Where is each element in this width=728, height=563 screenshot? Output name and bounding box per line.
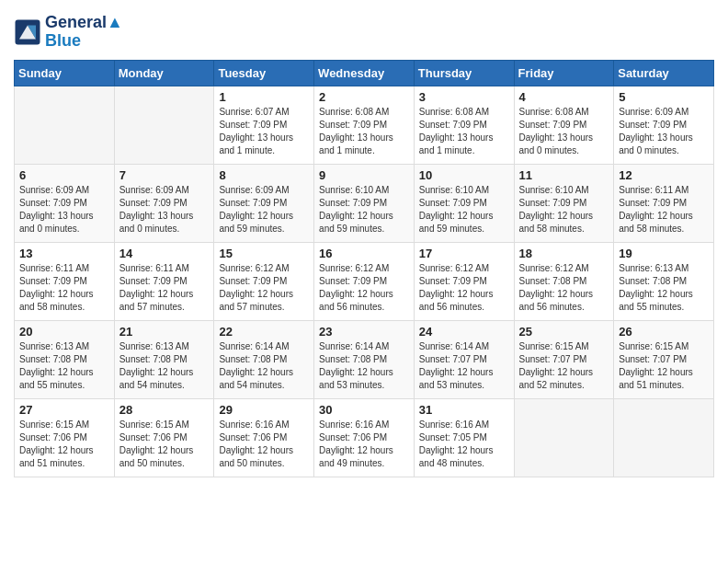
day-number: 15	[219, 247, 309, 260]
day-info: Sunrise: 6:08 AM Sunset: 7:09 PM Dayligh…	[519, 106, 609, 157]
day-number: 16	[319, 247, 409, 260]
day-number: 6	[19, 168, 109, 182]
day-number: 18	[519, 247, 609, 260]
day-info: Sunrise: 6:09 AM Sunset: 7:09 PM Dayligh…	[219, 184, 309, 236]
day-of-week-header: Tuesday	[214, 60, 314, 86]
calendar-cell: 24Sunrise: 6:14 AM Sunset: 7:07 PM Dayli…	[414, 320, 514, 398]
page-header: General▲ Blue	[14, 14, 714, 51]
day-number: 5	[619, 90, 709, 104]
calendar-cell: 1Sunrise: 6:07 AM Sunset: 7:09 PM Daylig…	[214, 86, 314, 164]
calendar-cell: 31Sunrise: 6:16 AM Sunset: 7:05 PM Dayli…	[414, 398, 514, 477]
calendar-cell	[114, 86, 214, 164]
day-info: Sunrise: 6:16 AM Sunset: 7:06 PM Dayligh…	[319, 419, 409, 470]
calendar-table: SundayMondayTuesdayWednesdayThursdayFrid…	[14, 60, 714, 477]
day-number: 30	[319, 403, 409, 417]
day-number: 14	[119, 247, 210, 260]
day-of-week-header: Sunday	[15, 60, 115, 86]
calendar-cell: 28Sunrise: 6:15 AM Sunset: 7:06 PM Dayli…	[114, 398, 214, 477]
day-number: 2	[319, 90, 409, 104]
calendar-cell: 26Sunrise: 6:15 AM Sunset: 7:07 PM Dayli…	[614, 320, 714, 398]
day-number: 22	[219, 325, 309, 339]
day-info: Sunrise: 6:11 AM Sunset: 7:09 PM Dayligh…	[19, 262, 109, 314]
day-info: Sunrise: 6:10 AM Sunset: 7:09 PM Dayligh…	[519, 184, 609, 236]
calendar-cell: 14Sunrise: 6:11 AM Sunset: 7:09 PM Dayli…	[114, 242, 214, 320]
day-info: Sunrise: 6:11 AM Sunset: 7:09 PM Dayligh…	[619, 184, 709, 236]
day-info: Sunrise: 6:09 AM Sunset: 7:09 PM Dayligh…	[619, 106, 709, 157]
day-number: 28	[119, 403, 210, 417]
calendar-cell: 9Sunrise: 6:10 AM Sunset: 7:09 PM Daylig…	[314, 164, 415, 242]
calendar-cell: 22Sunrise: 6:14 AM Sunset: 7:08 PM Dayli…	[214, 320, 314, 398]
day-number: 12	[619, 168, 709, 182]
calendar-cell: 3Sunrise: 6:08 AM Sunset: 7:09 PM Daylig…	[414, 86, 514, 164]
day-number: 17	[419, 247, 509, 260]
day-info: Sunrise: 6:15 AM Sunset: 7:06 PM Dayligh…	[19, 419, 109, 470]
calendar-cell: 17Sunrise: 6:12 AM Sunset: 7:09 PM Dayli…	[414, 242, 514, 320]
day-number: 25	[519, 325, 609, 339]
day-of-week-header: Saturday	[614, 60, 714, 86]
day-number: 10	[419, 168, 509, 182]
day-number: 9	[319, 168, 409, 182]
day-number: 1	[219, 90, 309, 104]
day-number: 27	[19, 403, 109, 417]
day-header-row: SundayMondayTuesdayWednesdayThursdayFrid…	[15, 60, 714, 86]
day-info: Sunrise: 6:16 AM Sunset: 7:05 PM Dayligh…	[419, 419, 509, 470]
day-info: Sunrise: 6:16 AM Sunset: 7:06 PM Dayligh…	[219, 419, 309, 470]
calendar-cell: 21Sunrise: 6:13 AM Sunset: 7:08 PM Dayli…	[114, 320, 214, 398]
day-info: Sunrise: 6:13 AM Sunset: 7:08 PM Dayligh…	[119, 340, 210, 392]
day-number: 26	[619, 325, 709, 339]
logo-text: General▲ Blue	[45, 14, 123, 51]
calendar-week-row: 13Sunrise: 6:11 AM Sunset: 7:09 PM Dayli…	[15, 242, 714, 320]
day-info: Sunrise: 6:15 AM Sunset: 7:06 PM Dayligh…	[119, 419, 210, 470]
day-number: 13	[19, 247, 109, 260]
calendar-cell: 8Sunrise: 6:09 AM Sunset: 7:09 PM Daylig…	[214, 164, 314, 242]
logo: General▲ Blue	[14, 14, 123, 51]
day-number: 3	[419, 90, 509, 104]
day-of-week-header: Friday	[514, 60, 614, 86]
day-number: 29	[219, 403, 309, 417]
day-info: Sunrise: 6:10 AM Sunset: 7:09 PM Dayligh…	[419, 184, 509, 236]
calendar-cell	[514, 398, 614, 477]
calendar-week-row: 6Sunrise: 6:09 AM Sunset: 7:09 PM Daylig…	[15, 164, 714, 242]
calendar-cell: 25Sunrise: 6:15 AM Sunset: 7:07 PM Dayli…	[514, 320, 614, 398]
day-number: 4	[519, 90, 609, 104]
day-info: Sunrise: 6:10 AM Sunset: 7:09 PM Dayligh…	[319, 184, 409, 236]
day-info: Sunrise: 6:13 AM Sunset: 7:08 PM Dayligh…	[619, 262, 709, 314]
day-number: 21	[119, 325, 210, 339]
day-number: 24	[419, 325, 509, 339]
calendar-cell: 27Sunrise: 6:15 AM Sunset: 7:06 PM Dayli…	[15, 398, 115, 477]
calendar-cell: 6Sunrise: 6:09 AM Sunset: 7:09 PM Daylig…	[15, 164, 115, 242]
calendar-cell: 5Sunrise: 6:09 AM Sunset: 7:09 PM Daylig…	[614, 86, 714, 164]
calendar-cell	[15, 86, 115, 164]
day-number: 23	[319, 325, 409, 339]
calendar-cell: 20Sunrise: 6:13 AM Sunset: 7:08 PM Dayli…	[15, 320, 115, 398]
logo-icon	[14, 18, 41, 46]
calendar-cell: 4Sunrise: 6:08 AM Sunset: 7:09 PM Daylig…	[514, 86, 614, 164]
calendar-cell: 11Sunrise: 6:10 AM Sunset: 7:09 PM Dayli…	[514, 164, 614, 242]
day-info: Sunrise: 6:08 AM Sunset: 7:09 PM Dayligh…	[319, 106, 409, 157]
day-info: Sunrise: 6:12 AM Sunset: 7:09 PM Dayligh…	[219, 262, 309, 314]
calendar-week-row: 27Sunrise: 6:15 AM Sunset: 7:06 PM Dayli…	[15, 398, 714, 477]
day-of-week-header: Wednesday	[314, 60, 415, 86]
calendar-cell: 30Sunrise: 6:16 AM Sunset: 7:06 PM Dayli…	[314, 398, 415, 477]
day-info: Sunrise: 6:15 AM Sunset: 7:07 PM Dayligh…	[519, 340, 609, 392]
calendar-cell: 2Sunrise: 6:08 AM Sunset: 7:09 PM Daylig…	[314, 86, 415, 164]
day-info: Sunrise: 6:14 AM Sunset: 7:07 PM Dayligh…	[419, 340, 509, 392]
day-info: Sunrise: 6:14 AM Sunset: 7:08 PM Dayligh…	[219, 340, 309, 392]
calendar-week-row: 1Sunrise: 6:07 AM Sunset: 7:09 PM Daylig…	[15, 86, 714, 164]
day-number: 8	[219, 168, 309, 182]
day-info: Sunrise: 6:12 AM Sunset: 7:08 PM Dayligh…	[519, 262, 609, 314]
calendar-cell: 7Sunrise: 6:09 AM Sunset: 7:09 PM Daylig…	[114, 164, 214, 242]
calendar-cell: 18Sunrise: 6:12 AM Sunset: 7:08 PM Dayli…	[514, 242, 614, 320]
day-info: Sunrise: 6:07 AM Sunset: 7:09 PM Dayligh…	[219, 106, 309, 157]
day-info: Sunrise: 6:13 AM Sunset: 7:08 PM Dayligh…	[19, 340, 109, 392]
day-number: 20	[19, 325, 109, 339]
calendar-cell: 23Sunrise: 6:14 AM Sunset: 7:08 PM Dayli…	[314, 320, 415, 398]
day-number: 11	[519, 168, 609, 182]
day-of-week-header: Thursday	[414, 60, 514, 86]
day-number: 7	[119, 168, 210, 182]
day-info: Sunrise: 6:12 AM Sunset: 7:09 PM Dayligh…	[419, 262, 509, 314]
day-info: Sunrise: 6:09 AM Sunset: 7:09 PM Dayligh…	[19, 184, 109, 236]
calendar-cell: 15Sunrise: 6:12 AM Sunset: 7:09 PM Dayli…	[214, 242, 314, 320]
day-number: 19	[619, 247, 709, 260]
calendar-cell	[614, 398, 714, 477]
